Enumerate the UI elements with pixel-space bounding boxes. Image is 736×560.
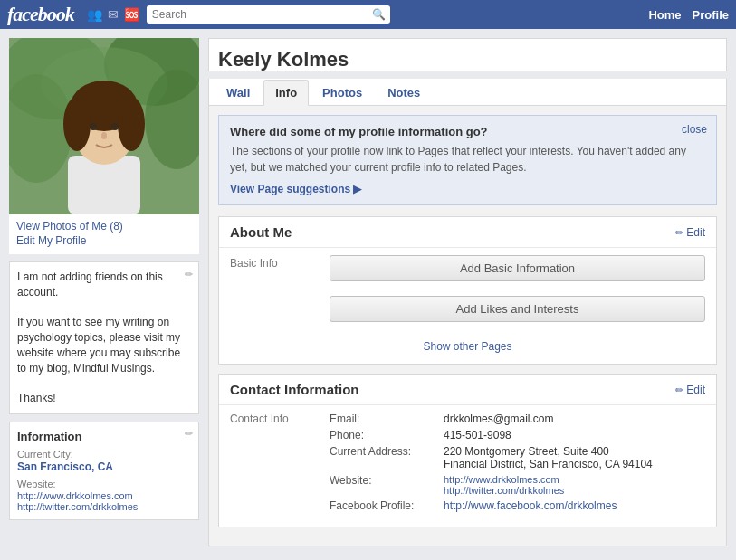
search-icon: 🔍	[372, 8, 386, 21]
phone-value: 415-501-9098	[444, 429, 653, 441]
facebook-logo: facebook	[7, 3, 74, 26]
fb-profile-key: Facebook Profile:	[330, 499, 438, 512]
likes-content: Add Likes and Interests	[330, 296, 705, 329]
show-other-pages-btn[interactable]: Show other Pages	[230, 337, 705, 356]
main-layout: View Photos of Me (8) Edit My Profile ✏ …	[0, 29, 736, 555]
contact-info-body: Contact Info Email: drkkolmes@gmail.com …	[219, 405, 716, 527]
fb-profile-value[interactable]: http://www.facebook.com/drkkolmes	[444, 499, 653, 512]
search-input[interactable]	[147, 5, 390, 24]
about-me-title: About Me	[230, 224, 292, 240]
svg-point-10	[63, 97, 91, 151]
profile-link[interactable]: Profile	[693, 8, 729, 22]
basic-info-content: Add Basic Information	[330, 255, 705, 289]
contact-info-header: Contact Information ✏Edit	[219, 375, 716, 405]
sidebar-info-edit-icon[interactable]: ✏	[185, 428, 193, 440]
view-photos-link[interactable]: View Photos of Me (8)	[16, 220, 192, 233]
about-me-section: About Me ✏Edit Basic Info Add Basic Info…	[218, 216, 717, 365]
top-navigation: facebook 👥 ✉ 🆘 🔍 Home Profile	[0, 0, 736, 29]
contact-info-section: Contact Information ✏Edit Contact Info E…	[218, 374, 717, 527]
add-likes-btn[interactable]: Add Likes and Interests	[330, 296, 705, 322]
profile-content: Keely Kolmes Wall Info Photos Notes Wher…	[208, 38, 727, 546]
nav-links: Home Profile	[648, 8, 729, 22]
likes-interests-row: Add Likes and Interests	[230, 296, 705, 329]
website-value: http://www.drkkolmes.com http://twitter.…	[444, 474, 653, 496]
contact-info-label: Contact Info	[230, 413, 330, 425]
search-bar: 🔍	[147, 5, 390, 24]
pencil-icon2: ✏	[675, 384, 683, 395]
contact-website2[interactable]: http://twitter.com/drkkolmes	[444, 485, 653, 496]
phone-key: Phone:	[330, 429, 438, 441]
address-key: Current Address:	[330, 445, 438, 470]
bio-text: I am not adding friends on this account.…	[17, 271, 180, 404]
sidebar: View Photos of Me (8) Edit My Profile ✏ …	[9, 38, 199, 546]
likes-label	[230, 296, 330, 298]
tab-notes[interactable]: Notes	[376, 80, 432, 106]
contact-grid: Email: drkkolmes@gmail.com Phone: 415-50…	[330, 413, 653, 512]
sidebar-info-header: Information	[17, 430, 191, 443]
current-city-value: San Francisco, CA	[17, 460, 191, 473]
contact-website1[interactable]: http://www.drkkolmes.com	[444, 474, 653, 485]
sidebar-bio: ✏ I am not adding friends on this accoun…	[9, 261, 199, 414]
current-city-label: Current City:	[17, 449, 191, 460]
website-label: Website:	[17, 479, 191, 489]
about-me-body: Basic Info Add Basic Information Add Lik…	[219, 248, 716, 364]
info-notice-close-btn[interactable]: close	[682, 123, 707, 136]
content-area: Where did some of my profile information…	[208, 106, 727, 546]
info-notice-title: Where did some of my profile information…	[230, 125, 705, 138]
profile-name: Keely Kolmes	[208, 38, 727, 71]
friends-icon[interactable]: 👥	[87, 7, 102, 22]
contact-info-edit-btn[interactable]: ✏Edit	[675, 384, 705, 396]
about-me-header: About Me ✏Edit	[219, 217, 716, 248]
basic-info-row: Basic Info Add Basic Information	[230, 255, 705, 289]
profile-photo	[9, 38, 199, 214]
view-page-suggestions-link[interactable]: View Page suggestions ▶	[230, 183, 362, 195]
sidebar-website-link2[interactable]: http://twitter.com/drkkolmes	[17, 501, 191, 512]
website-key: Website:	[330, 474, 438, 496]
contact-row: Contact Info Email: drkkolmes@gmail.com …	[230, 413, 705, 512]
tab-wall[interactable]: Wall	[215, 80, 262, 106]
bio-edit-icon[interactable]: ✏	[185, 268, 193, 281]
messages-icon[interactable]: ✉	[108, 7, 119, 22]
svg-point-12	[90, 123, 97, 130]
tab-info[interactable]: Info	[263, 80, 309, 106]
sidebar-photo-links: View Photos of Me (8) Edit My Profile	[9, 214, 199, 254]
profile-tabs: Wall Info Photos Notes	[208, 79, 727, 106]
pencil-icon: ✏	[675, 227, 683, 238]
add-basic-info-btn[interactable]: Add Basic Information	[330, 255, 705, 281]
home-link[interactable]: Home	[648, 8, 681, 22]
svg-point-11	[118, 97, 145, 151]
edit-profile-link[interactable]: Edit My Profile	[16, 234, 192, 247]
sidebar-website-link1[interactable]: http://www.drkkolmes.com	[17, 490, 191, 501]
about-me-edit-btn[interactable]: ✏Edit	[675, 226, 705, 239]
basic-info-label: Basic Info	[230, 255, 330, 270]
email-value: drkkolmes@gmail.com	[444, 413, 653, 425]
tab-photos[interactable]: Photos	[311, 80, 374, 106]
info-notice-text: The sections of your profile now link to…	[230, 143, 705, 176]
notifications-icon[interactable]: 🆘	[124, 7, 139, 22]
contact-info-title: Contact Information	[230, 382, 359, 397]
sidebar-information: ✏ Information Current City: San Francisc…	[9, 422, 199, 520]
address-value: 220 Montgomery Street, Suite 400Financia…	[444, 445, 653, 470]
info-notice: Where did some of my profile information…	[218, 115, 717, 205]
nav-icon-group: 👥 ✉ 🆘	[87, 7, 139, 22]
email-key: Email:	[330, 413, 438, 425]
svg-point-13	[111, 123, 119, 130]
svg-point-14	[101, 132, 107, 139]
